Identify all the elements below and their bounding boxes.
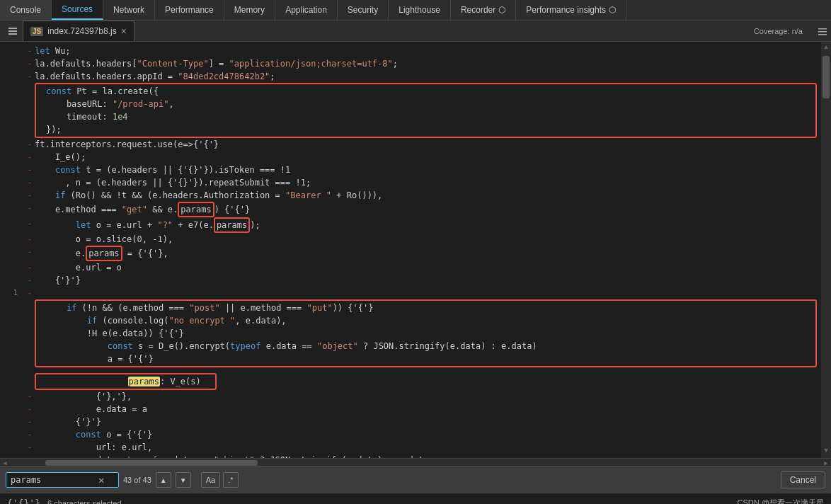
tab-lighthouse[interactable]: Lighthouse [389, 0, 451, 20]
code-line: if (!n && (e.method === "post" || e.meth… [36, 302, 815, 314]
code-line: - e.data = a [0, 403, 831, 416]
code-line: - let o = e.url + "?" + e7(e.params); [0, 217, 831, 233]
tab-performance-insights[interactable]: Performance insights ⬡ [516, 0, 626, 20]
outline-block-3: params: V_e(s) [0, 367, 831, 390]
svg-rect-3 [818, 28, 827, 30]
search-input[interactable] [11, 475, 96, 485]
code-line: a = {'{'} [36, 353, 815, 365]
vertical-scrollbar[interactable]: ▲ ▼ [821, 42, 831, 458]
scroll-up-arrow[interactable]: ▲ [823, 43, 830, 53]
horizontal-scrollbar-thumb[interactable] [45, 460, 258, 466]
code-line: timeout: 1e4 [36, 110, 815, 123]
code-line: }); [36, 123, 815, 136]
recorder-icon: ⬡ [498, 5, 505, 15]
code-line: if (console.log("no encrypt ", e.data), [36, 314, 815, 327]
file-tab-js[interactable]: JS index.724397b8.js × [23, 21, 134, 41]
scroll-left-arrow[interactable]: ◀ [0, 459, 10, 466]
tab-memory[interactable]: Memory [224, 0, 275, 20]
search-bar: ✕ 43 of 43 ▲ ▼ Aa .* Cancel [0, 466, 831, 493]
tab-console[interactable]: Console [0, 0, 52, 20]
status-bar: {'{}'} 6 characters selected CSDN @想看一次满… [0, 493, 831, 504]
outline-block-2: if (!n && (e.method === "post" || e.meth… [0, 299, 831, 367]
tab-sources[interactable]: Sources [52, 0, 103, 20]
svg-rect-4 [818, 31, 827, 33]
devtools-tab-bar: Console Sources Network Performance Memo… [0, 0, 831, 21]
tab-application[interactable]: Application [275, 0, 338, 20]
code-line: - la.defaults.headers.appId = "84ded2cd4… [0, 70, 831, 83]
code-line: !H e(e.data)) {'{'} [36, 327, 815, 340]
svg-rect-0 [8, 28, 17, 29]
coverage-label: Coverage: n/a [754, 27, 803, 35]
regex-button[interactable]: .* [223, 472, 238, 488]
code-line: - const t = (e.headers || {'{}'}).isToke… [0, 164, 831, 176]
code-line: - ft.interceptors.request.use(e=>{'{'} [0, 138, 831, 151]
search-clear-button[interactable]: ✕ [98, 474, 104, 486]
code-line: - I_e(); [0, 151, 831, 164]
prev-match-button[interactable]: ▲ [156, 472, 171, 488]
match-count-label: 43 of 43 [123, 476, 151, 484]
format-icon[interactable]: {'{}'} [7, 498, 40, 504]
code-editor: - let Wu; - la.defaults.headers["Content… [0, 42, 831, 458]
code-line: - const o = {'{'} [0, 428, 831, 441]
code-line: - {'},'}, [0, 390, 831, 403]
code-line: - e.url = o [0, 261, 831, 274]
js-file-icon: JS [30, 27, 43, 36]
outline-block-1: const Pt = la.create({ baseURL: "/prod-a… [0, 83, 831, 138]
code-line: - {'}'} [0, 416, 831, 428]
file-tab-bar: JS index.724397b8.js × Coverage: n/a [0, 21, 831, 42]
code-scroll-area[interactable]: - let Wu; - la.defaults.headers["Content… [0, 42, 831, 458]
code-line: - e.method === "get" && e.params) {'{'} [0, 202, 831, 217]
scrollbar-thumb[interactable] [823, 56, 830, 98]
code-line: const Pt = la.create({ [36, 85, 815, 98]
tab-recorder[interactable]: Recorder ⬡ [451, 0, 516, 20]
next-match-button[interactable]: ▼ [176, 472, 191, 488]
selection-status: 6 characters selected [47, 499, 122, 505]
close-tab-button[interactable]: × [121, 25, 127, 37]
code-line: - o = o.slice(0, -1), [0, 233, 831, 246]
code-line: 1 - [0, 287, 831, 299]
scroll-right-arrow[interactable]: ▶ [821, 459, 831, 466]
code-line: - let Wu; [0, 45, 831, 57]
code-line: const s = D_e().encrypt(typeof e.data ==… [36, 340, 815, 353]
tab-security[interactable]: Security [338, 0, 389, 20]
code-line: - data: typeof e.data == "object" ? JSON… [0, 454, 831, 458]
horizontal-scrollbar[interactable]: ◀ ▶ [0, 458, 831, 466]
search-options: Aa .* [201, 472, 239, 488]
svg-rect-5 [818, 34, 827, 35]
code-line: baseURL: "/prod-api", [36, 98, 815, 110]
coverage-badge: Coverage: n/a [754, 27, 811, 35]
code-line: - e.params = {'{'}, [0, 246, 831, 261]
file-tab-name: index.724397b8.js [47, 26, 116, 36]
cancel-search-button[interactable]: Cancel [781, 471, 825, 488]
code-line: - {'}'} [0, 274, 831, 287]
code-content: - let Wu; - la.defaults.headers["Content… [0, 42, 831, 458]
tab-performance[interactable]: Performance [155, 0, 224, 20]
tab-network[interactable]: Network [103, 0, 155, 20]
scroll-down-arrow[interactable]: ▼ [823, 447, 830, 457]
sidebar-toggle-button[interactable] [3, 21, 23, 42]
watermark-text: CSDN @想看一次满天星 [738, 498, 824, 504]
code-line: - la.defaults.headers["Content-Type"] = … [0, 57, 831, 70]
svg-rect-2 [8, 33, 17, 35]
match-case-button[interactable]: Aa [201, 472, 220, 488]
code-line: params: V_e(s) [36, 375, 215, 388]
performance-insights-icon: ⬡ [609, 5, 616, 15]
more-options-button[interactable] [814, 25, 831, 37]
code-line: - , n = (e.headers || {'{}'}).repeatSubm… [0, 176, 831, 189]
svg-rect-1 [8, 30, 17, 32]
code-line: - if (Ro() && !t && (e.headers.Authoriza… [0, 189, 831, 202]
code-line: - url: e.url, [0, 441, 831, 454]
search-input-wrapper: ✕ [6, 472, 119, 488]
